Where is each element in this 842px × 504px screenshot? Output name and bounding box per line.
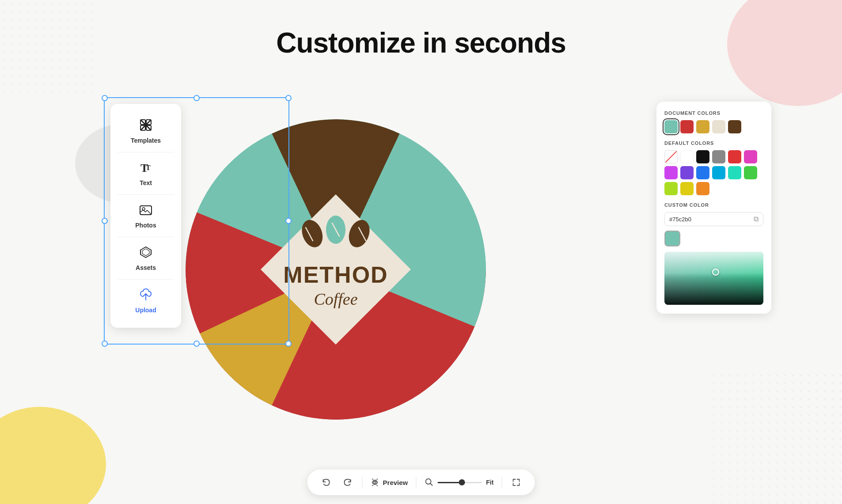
def-color-white[interactable]: [680, 150, 694, 163]
svg-text:Coffee: Coffee: [314, 290, 357, 308]
sidebar-item-templates[interactable]: Templates: [110, 111, 181, 151]
assets-label: Assets: [136, 264, 156, 271]
copy-icon[interactable]: ⧉: [754, 215, 759, 223]
canvas-area: Templates T T Text Photos: [71, 88, 771, 451]
svg-marker-11: [142, 249, 149, 256]
sidebar-item-upload[interactable]: Upload: [110, 280, 181, 321]
toolbar-divider-2: [416, 477, 416, 488]
zoom-controls: Fit: [424, 477, 493, 488]
doc-color-1[interactable]: [664, 120, 678, 133]
sidebar-divider-1: [118, 152, 174, 152]
page-title: Customize in seconds: [0, 27, 842, 59]
doc-color-5[interactable]: [728, 120, 741, 133]
doc-color-3[interactable]: [696, 120, 709, 133]
custom-color-section: CUSTOM COLOR ⧉: [664, 202, 763, 305]
assets-icon: [139, 245, 153, 261]
photos-label: Photos: [135, 222, 156, 229]
def-color-cyan[interactable]: [712, 166, 725, 179]
zoom-slider-thumb: [459, 479, 465, 485]
sidebar-divider-4: [118, 279, 174, 280]
templates-icon: [139, 118, 153, 134]
sidebar-divider-3: [118, 237, 174, 237]
custom-color-input[interactable]: [669, 216, 750, 223]
sidebar-item-photos[interactable]: Photos: [110, 196, 181, 236]
custom-color-input-row: ⧉: [664, 212, 763, 226]
def-color-yellow[interactable]: [680, 182, 694, 195]
def-color-violet[interactable]: [680, 166, 694, 179]
text-label: Text: [140, 179, 152, 186]
handle-mid-left[interactable]: [102, 218, 108, 224]
def-color-red[interactable]: [728, 150, 741, 163]
sidebar: Templates T T Text Photos: [110, 104, 181, 328]
svg-text:T: T: [146, 164, 151, 171]
zoom-slider-fill: [437, 482, 462, 483]
zoom-slider[interactable]: [437, 482, 482, 483]
upload-icon: [139, 288, 153, 304]
sidebar-divider-2: [118, 194, 174, 195]
def-color-orange[interactable]: [696, 182, 709, 195]
doc-color-4[interactable]: [712, 120, 725, 133]
def-color-black[interactable]: [696, 150, 709, 163]
redo-button[interactable]: [341, 476, 354, 489]
toolbar-divider-3: [501, 477, 502, 488]
color-panel: DOCUMENT COLORS DEFAULT COLORS: [656, 102, 771, 314]
svg-text:METHOD: METHOD: [283, 262, 388, 288]
def-color-lime[interactable]: [664, 182, 678, 195]
templates-label: Templates: [131, 137, 161, 144]
default-colors-label: DEFAULT COLORS: [664, 140, 763, 146]
def-color-teal[interactable]: [728, 166, 741, 179]
sidebar-item-assets[interactable]: Assets: [110, 238, 181, 278]
sidebar-item-text[interactable]: T T Text: [110, 153, 181, 193]
def-color-blue[interactable]: [696, 166, 709, 179]
custom-color-label: CUSTOM COLOR: [664, 202, 763, 208]
toolbar: Preview Fit: [307, 470, 535, 495]
expand-button[interactable]: [510, 476, 522, 489]
preview-label: Preview: [383, 479, 408, 486]
def-color-gray[interactable]: [712, 150, 725, 163]
def-color-green[interactable]: [744, 166, 757, 179]
default-color-swatches: [664, 150, 763, 195]
fit-label[interactable]: Fit: [486, 479, 493, 486]
document-colors-label: DOCUMENT COLORS: [664, 110, 763, 116]
logo-circle: METHOD Coffee: [186, 119, 486, 420]
svg-point-41: [374, 481, 376, 484]
photos-icon: [139, 203, 153, 219]
svg-line-43: [430, 484, 432, 485]
toolbar-divider-1: [362, 477, 363, 488]
handle-top-left[interactable]: [102, 95, 108, 101]
handle-bottom-left[interactable]: [102, 341, 108, 347]
gradient-black-overlay: [664, 252, 763, 305]
gradient-picker[interactable]: [664, 252, 763, 305]
gradient-cursor: [712, 269, 719, 276]
def-color-pink[interactable]: [744, 150, 757, 163]
def-color-transparent[interactable]: [664, 150, 678, 163]
svg-point-42: [425, 479, 431, 484]
document-color-swatches: [664, 120, 763, 133]
preview-button[interactable]: Preview: [371, 478, 408, 487]
logo-circle-container: METHOD Coffee: [181, 88, 490, 451]
undo-button[interactable]: [320, 476, 333, 489]
custom-swatch-row: [664, 231, 763, 246]
custom-swatch-large[interactable]: [664, 231, 680, 246]
def-color-purple[interactable]: [664, 166, 678, 179]
text-icon: T T: [139, 160, 153, 177]
upload-label: Upload: [135, 307, 156, 314]
doc-color-2[interactable]: [680, 120, 694, 133]
zoom-icon: [424, 477, 433, 488]
